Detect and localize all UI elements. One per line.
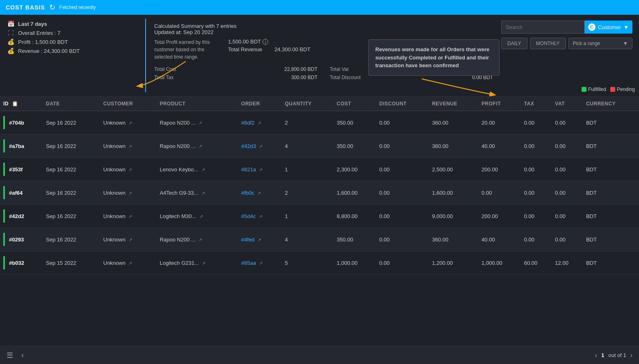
top-bar: COST BASIS ↻ Fetched recently — [0, 0, 639, 15]
cell-id: #704b — [0, 111, 43, 134]
date-filters: DAILY MONTHLY Pick a range ▼ — [501, 38, 632, 49]
customer-external-link-icon[interactable]: ↗ — [128, 261, 132, 266]
order-external-link-icon[interactable]: ↗ — [259, 214, 262, 219]
table-row: #af64 Sep 16 2022 Unknown ↗ A4Tech G9-33… — [0, 181, 639, 205]
revenue-label: Revenue : 24,300.00 BDT — [18, 48, 80, 54]
cell-profit: 0.00 — [478, 181, 521, 205]
entries-label: Overall Entries : 7 — [18, 30, 60, 36]
search-input[interactable] — [501, 20, 584, 34]
order-external-link-icon[interactable]: ↗ — [258, 121, 261, 125]
col-header-currency: CURRENCY — [583, 97, 639, 111]
cell-customer: Unknown ↗ — [100, 111, 157, 134]
cell-currency: BDT — [583, 134, 639, 158]
table-row: #704b Sep 16 2022 Unknown ↗ Rapoo N200 .… — [0, 111, 639, 134]
cell-vat: 0.00 — [552, 111, 583, 134]
cell-order: #4fed ↗ — [238, 228, 281, 251]
cell-id: #42d2 — [0, 205, 43, 228]
data-table: ID 📋 DATE CUSTOMER PRODUCT ORDER QUANTIT… — [0, 97, 639, 275]
cell-order: #5d4c ↗ — [238, 205, 281, 228]
daily-button[interactable]: DAILY — [501, 38, 527, 49]
cell-currency: BDT — [583, 158, 639, 181]
product-external-link-icon[interactable]: ↗ — [199, 214, 203, 219]
cell-customer: Unknown ↗ — [100, 158, 157, 181]
customer-external-link-icon[interactable]: ↗ — [128, 237, 132, 242]
menu-icon[interactable]: ☰ — [7, 351, 13, 360]
cell-discount: 0.00 — [376, 181, 429, 205]
cell-quantity: 4 — [282, 134, 334, 158]
pagination: ‹ 1 out of 1 › — [595, 352, 632, 359]
fulfilled-dot — [582, 87, 587, 92]
cell-cost: 8,800.00 — [333, 205, 376, 228]
table-row: #b032 Sep 15 2022 Unknown ↗ Logitech G23… — [0, 251, 639, 275]
cell-quantity: 2 — [282, 181, 334, 205]
cell-order: #821a ↗ — [238, 158, 281, 181]
cell-product: Logitech M30... ↗ — [156, 205, 238, 228]
cell-tax: 60.00 — [521, 251, 552, 275]
product-external-link-icon[interactable]: ↗ — [202, 261, 205, 266]
info-icon[interactable]: i — [262, 39, 268, 45]
cell-tax: 0.00 — [521, 134, 552, 158]
col-header-date: DATE — [43, 97, 100, 111]
cell-tax: 0.00 — [521, 111, 552, 134]
product-external-link-icon[interactable]: ↗ — [199, 121, 202, 125]
customer-external-link-icon[interactable]: ↗ — [128, 121, 132, 125]
right-panel: C Customer ▼ DAILY MONTHLY Pick a range … — [501, 19, 632, 92]
product-external-link-icon[interactable]: ↗ — [201, 191, 205, 196]
order-external-link-icon[interactable]: ↗ — [259, 261, 262, 266]
total-revenue-value: 24,300.00 BDT — [274, 46, 310, 52]
col-header-tax: TAX — [521, 97, 552, 111]
cell-discount: 0.00 — [376, 205, 429, 228]
left-panel: 📅 Last 7 days ⛶ Overall Entries : 7 💰 Pr… — [7, 19, 146, 92]
col-header-quantity: QUANTITY — [282, 97, 334, 111]
profit-label: Profit : 1,500.00 BDT — [18, 39, 68, 45]
fetched-label: Fetched recently — [59, 5, 96, 10]
profit-description: Total Profit earned by this customer bas… — [154, 39, 220, 61]
tooltip-box: Revenues were made for all Orders that w… — [368, 39, 500, 76]
customer-external-link-icon[interactable]: ↗ — [128, 144, 132, 149]
grid-value-tax: 300.00 BDT — [291, 75, 317, 80]
grid-value-cost: 22,800.00 BDT — [284, 66, 317, 72]
range-label: Pick a range — [573, 41, 600, 46]
total-revenue-label: Total Revenue — [228, 46, 262, 52]
customer-dropdown[interactable]: C Customer ▼ — [584, 20, 632, 34]
cell-product: Logitech G231... ↗ — [156, 251, 238, 275]
cell-currency: BDT — [583, 228, 639, 251]
order-external-link-icon[interactable]: ↗ — [257, 191, 261, 196]
back-icon[interactable]: ‹ — [21, 351, 24, 359]
grid-label-cost: Total Cost — [154, 66, 176, 72]
next-page-button[interactable]: › — [630, 352, 632, 359]
table-header-row: ID 📋 DATE CUSTOMER PRODUCT ORDER QUANTIT… — [0, 97, 639, 111]
customer-external-link-icon[interactable]: ↗ — [128, 214, 132, 219]
table-section: ID 📋 DATE CUSTOMER PRODUCT ORDER QUANTIT… — [0, 97, 639, 346]
cell-order: #42d3 ↗ — [238, 134, 281, 158]
monthly-button[interactable]: MONTHLY — [530, 38, 566, 49]
product-external-link-icon[interactable]: ↗ — [199, 144, 202, 149]
cell-vat: 0.00 — [552, 134, 583, 158]
prev-page-button[interactable]: ‹ — [595, 352, 597, 359]
order-external-link-icon[interactable]: ↗ — [259, 144, 262, 149]
app-title: COST BASIS — [6, 4, 45, 11]
cell-vat: 0.00 — [552, 158, 583, 181]
refresh-icon[interactable]: ↻ — [49, 3, 55, 12]
customer-external-link-icon[interactable]: ↗ — [128, 167, 132, 172]
product-external-link-icon[interactable]: ↗ — [199, 237, 202, 242]
cell-discount: 0.00 — [376, 134, 429, 158]
cell-vat: 0.00 — [552, 181, 583, 205]
cell-revenue: 360.00 — [429, 134, 478, 158]
customer-label: Customer — [598, 24, 621, 30]
product-external-link-icon[interactable]: ↗ — [201, 167, 205, 172]
cell-cost: 350.00 — [333, 111, 376, 134]
order-external-link-icon[interactable]: ↗ — [258, 237, 261, 242]
summary-section: 📅 Last 7 days ⛶ Overall Entries : 7 💰 Pr… — [0, 15, 639, 97]
cell-product: Rapoo N200 ... ↗ — [156, 134, 238, 158]
period-label: Last 7 days — [18, 21, 47, 27]
date-range-select[interactable]: Pick a range ▼ — [568, 38, 632, 49]
cell-product: Lenovo Keybo... ↗ — [156, 158, 238, 181]
cell-quantity: 1 — [282, 205, 334, 228]
cell-discount: 0.00 — [376, 111, 429, 134]
cell-date: Sep 16 2022 — [43, 158, 100, 181]
customer-external-link-icon[interactable]: ↗ — [128, 191, 132, 196]
order-external-link-icon[interactable]: ↗ — [259, 167, 262, 172]
cell-vat: 0.00 — [552, 228, 583, 251]
cell-profit: 1,000.00 — [478, 251, 521, 275]
